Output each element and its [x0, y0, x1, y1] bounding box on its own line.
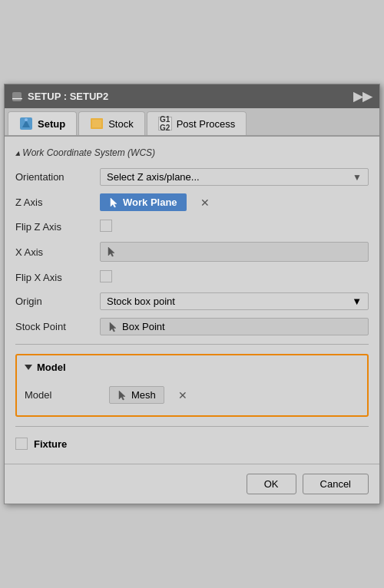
ok-button[interactable]: OK [247, 474, 296, 494]
model-content: Model Mesh ✕ [17, 379, 367, 415]
form-content: ▴ Work Coordinate System (WCS) Orientati… [5, 137, 379, 464]
origin-arrow: ▼ [352, 296, 362, 307]
work-plane-label: Work Plane [123, 197, 177, 208]
orientation-row: Orientation Select Z axis/plane... ▼ [15, 164, 369, 190]
model-section-header: Model [17, 355, 367, 379]
orientation-value: Select Z axis/plane... [107, 171, 200, 183]
fixture-row: Fixture [15, 431, 369, 456]
tab-bar: Setup Stock G1G2 Post Process [5, 108, 379, 137]
flip-z-row: Flip Z Axis [15, 215, 369, 238]
tab-postprocess[interactable]: G1G2 Post Process [147, 111, 247, 135]
tab-stock[interactable]: Stock [78, 111, 145, 135]
stock-tab-icon [90, 117, 104, 130]
flip-z-checkbox[interactable] [100, 220, 112, 232]
mesh-cursor-icon [118, 390, 127, 401]
origin-value: Stock box point [107, 296, 175, 307]
box-point-label: Box Point [122, 321, 165, 332]
z-axis-label: Z Axis [15, 197, 100, 208]
tab-setup-label: Setup [38, 118, 65, 130]
tab-stock-label: Stock [108, 118, 134, 130]
model-label: Model [25, 389, 109, 401]
setup-dialog: — SETUP : SETUP2 ▶▶ Setup Sto [4, 84, 380, 504]
svg-marker-7 [110, 322, 116, 332]
x-axis-control [100, 242, 369, 262]
work-plane-button[interactable]: Work Plane [100, 193, 187, 211]
origin-label: Origin [15, 296, 100, 307]
mesh-button[interactable]: Mesh [109, 386, 164, 404]
z-axis-row: Z Axis Work Plane ✕ [15, 190, 369, 215]
origin-row: Origin Stock box point ▼ [15, 289, 369, 314]
model-section: Model Model Mesh ✕ [15, 354, 369, 417]
svg-marker-5 [111, 198, 117, 207]
orientation-label: Orientation [15, 171, 100, 183]
svg-rect-4 [92, 120, 101, 127]
model-collapse-icon[interactable] [25, 365, 32, 370]
minimize-icon[interactable]: — [12, 92, 22, 101]
origin-dropdown[interactable]: Stock box point ▼ [100, 292, 369, 310]
mesh-label: Mesh [131, 389, 156, 401]
x-axis-cursor-icon [107, 246, 116, 257]
stock-point-label: Stock Point [15, 321, 100, 332]
title-bar: — SETUP : SETUP2 ▶▶ [5, 84, 379, 108]
z-axis-close[interactable]: ✕ [197, 195, 213, 210]
x-axis-row: X Axis [15, 238, 369, 266]
fixture-label: Fixture [34, 438, 67, 450]
section-title: ▴ Work Coordinate System (WCS) [15, 144, 369, 164]
flip-x-control [100, 270, 369, 285]
dialog-title: SETUP : SETUP2 [28, 91, 108, 102]
fixture-checkbox[interactable] [15, 438, 28, 450]
dialog-footer: OK Cancel [5, 464, 379, 504]
model-section-title: Model [37, 362, 66, 373]
svg-marker-6 [108, 247, 114, 256]
model-close[interactable]: ✕ [175, 388, 190, 403]
x-axis-button[interactable] [100, 242, 369, 262]
stock-point-control: Box Point [100, 318, 369, 335]
box-point-cursor-icon [108, 322, 118, 332]
origin-control: Stock box point ▼ [100, 292, 369, 310]
postprocess-tab-icon: G1G2 [158, 117, 172, 130]
box-point-button[interactable]: Box Point [100, 318, 369, 335]
svg-marker-8 [119, 391, 125, 400]
flip-x-row: Flip X Axis [15, 266, 369, 289]
orientation-dropdown[interactable]: Select Z axis/plane... ▼ [100, 168, 369, 186]
setup-tab-icon [19, 117, 33, 130]
svg-point-2 [25, 118, 28, 121]
x-axis-label: X Axis [15, 246, 100, 258]
stock-point-row: Stock Point Box Point [15, 314, 369, 339]
cursor-icon [109, 197, 118, 208]
tab-postprocess-label: Post Process [177, 118, 236, 130]
divider-2 [15, 426, 369, 427]
tab-setup[interactable]: Setup [8, 111, 77, 135]
model-control: Mesh ✕ [109, 386, 359, 404]
orientation-control: Select Z axis/plane... ▼ [100, 168, 369, 186]
divider-1 [15, 344, 369, 345]
model-row: Model Mesh ✕ [25, 382, 359, 408]
flip-x-label: Flip X Axis [15, 272, 100, 283]
z-axis-control: Work Plane ✕ [100, 193, 369, 211]
expand-icon[interactable]: ▶▶ [353, 89, 372, 104]
title-bar-left: — SETUP : SETUP2 [12, 91, 108, 102]
orientation-arrow: ▼ [353, 172, 362, 183]
flip-z-control [100, 220, 369, 234]
flip-x-checkbox[interactable] [100, 270, 112, 282]
flip-z-label: Flip Z Axis [15, 221, 100, 233]
cancel-button[interactable]: Cancel [303, 474, 369, 494]
